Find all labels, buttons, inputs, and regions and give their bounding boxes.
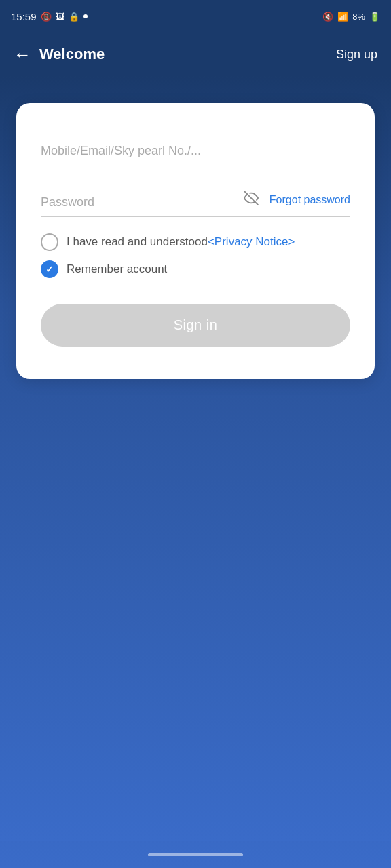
remember-account-checkbox[interactable] xyxy=(41,260,58,278)
wifi-icon: 📶 xyxy=(337,12,348,22)
privacy-checkbox-row: I have read and understood<Privacy Notic… xyxy=(41,233,350,251)
header: ← Welcome Sign up xyxy=(0,33,391,76)
mute-icon: 🔇 xyxy=(322,12,333,22)
vpn-icon: 🔒 xyxy=(69,12,79,22)
login-card: Forgot password I have read and understo… xyxy=(16,103,375,379)
no-sim-icon: 📵 xyxy=(41,12,52,22)
username-field-wrapper xyxy=(41,136,350,171)
username-input[interactable] xyxy=(41,136,350,165)
home-bar xyxy=(148,853,243,856)
main-content: Forgot password I have read and understo… xyxy=(0,76,391,841)
privacy-label: I have read and understood<Privacy Notic… xyxy=(67,235,295,249)
status-bar: 15:59 📵 🖼 🔒 🔇 📶 8% 🔋 xyxy=(0,0,391,33)
forgot-password-link[interactable]: Forgot password xyxy=(269,194,350,206)
gallery-icon: 🖼 xyxy=(56,12,64,22)
back-button[interactable]: ← xyxy=(14,44,31,65)
privacy-text: I have read and understood xyxy=(67,235,208,248)
privacy-link[interactable]: <Privacy Notice> xyxy=(208,235,295,248)
status-time: 15:59 xyxy=(11,11,37,22)
remember-account-label: Remember account xyxy=(67,262,167,276)
page-title: Welcome xyxy=(39,45,336,63)
status-left: 15:59 📵 🖼 🔒 xyxy=(11,11,88,22)
privacy-checkbox[interactable] xyxy=(41,233,58,251)
signup-button[interactable]: Sign up xyxy=(336,47,377,62)
battery-icon: 🔋 xyxy=(369,12,380,22)
password-input[interactable] xyxy=(41,187,244,210)
password-icons: Forgot password xyxy=(244,188,350,209)
toggle-password-icon[interactable] xyxy=(244,191,259,209)
remember-account-row: Remember account xyxy=(41,260,350,278)
signin-button[interactable]: Sign in xyxy=(41,304,350,347)
home-indicator xyxy=(0,841,391,868)
status-right: 🔇 📶 8% 🔋 xyxy=(322,12,380,22)
battery-text: 8% xyxy=(352,12,365,22)
password-row: Forgot password xyxy=(41,187,350,217)
dot-icon xyxy=(83,14,88,18)
